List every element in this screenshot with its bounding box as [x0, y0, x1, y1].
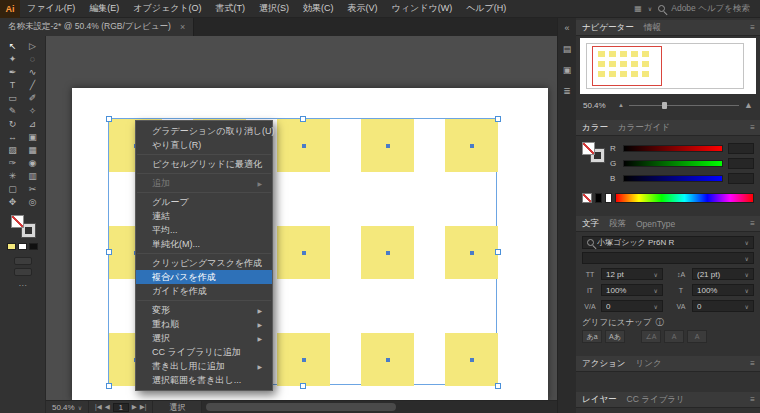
vertical-scale-combo[interactable]: 100% ∨ — [601, 284, 663, 296]
menu-effect[interactable]: 効果(C) — [296, 2, 341, 15]
tab-actions[interactable]: アクション — [582, 358, 626, 370]
menu-type[interactable]: 書式(T) — [209, 2, 253, 15]
help-search-input[interactable]: Adobe ヘルプを検索 — [671, 3, 750, 15]
leading-combo[interactable]: (21 pt) ∨ — [692, 268, 754, 280]
column-graph-tool[interactable]: ▥ — [23, 169, 43, 182]
red-value-field[interactable] — [728, 143, 754, 154]
blue-slider[interactable] — [623, 175, 723, 182]
blend-tool[interactable]: ◉ — [23, 156, 43, 169]
none-button[interactable] — [29, 243, 38, 250]
yellow-square[interactable] — [445, 119, 498, 172]
gradient-tool[interactable]: ▨ — [3, 143, 23, 156]
context-menu-item-group[interactable]: グループ — [136, 195, 272, 209]
context-menu-item-undo-gradient[interactable]: グラデーションの取り消し(U) — [136, 124, 272, 138]
context-menu-item-export-selection[interactable]: 選択範囲を書き出し... — [136, 373, 272, 387]
panel-menu-icon[interactable]: ≡ — [750, 395, 755, 404]
context-menu-item-add-to-cc-libraries[interactable]: CC ライブラリに追加 — [136, 345, 272, 359]
navigator-thumbnail[interactable] — [580, 38, 756, 94]
fill-color-chip[interactable] — [11, 215, 24, 228]
app-logo-icon[interactable]: Ai — [0, 0, 20, 18]
context-menu-item-average[interactable]: 平均... — [136, 223, 272, 237]
kerning-combo[interactable]: 0 ∨ — [601, 300, 663, 312]
chevron-down-icon[interactable]: ∨ — [654, 287, 658, 294]
yellow-square[interactable] — [277, 119, 330, 172]
snap-angle-button[interactable]: ∠A — [641, 330, 661, 343]
screen-mode-button[interactable] — [14, 268, 32, 276]
context-menu-item-make-compound-path[interactable]: 複合パスを作成 — [136, 270, 272, 284]
black-chip[interactable] — [595, 193, 602, 203]
chevron-down-icon[interactable]: ∨ — [745, 255, 749, 262]
tab-character[interactable]: 文字 — [582, 218, 599, 230]
tab-layers[interactable]: レイヤー — [582, 394, 617, 406]
zoom-in-mountain-icon[interactable]: ▲ — [744, 100, 753, 110]
document-tab[interactable]: 名称未設定-2* @ 50.4% (RGB/プレビュー) × — [0, 18, 194, 36]
toolbar-overflow-icon[interactable]: ⋯ — [0, 281, 45, 290]
context-menu-item-make-clipping-mask[interactable]: クリッピングマスクを作成 — [136, 256, 272, 270]
libraries-panel-icon[interactable]: ▣ — [563, 65, 572, 75]
snap-xheight-button[interactable]: Aあ — [605, 330, 625, 343]
yellow-square[interactable] — [361, 226, 414, 279]
yellow-square[interactable] — [361, 119, 414, 172]
tab-navigator[interactable]: ナビゲーター — [582, 22, 634, 34]
selection-handle[interactable] — [300, 116, 306, 122]
shaper-tool[interactable]: ✧ — [23, 104, 43, 117]
panel-menu-icon[interactable]: ≡ — [750, 23, 755, 32]
brushes-panel-icon[interactable]: ≣ — [563, 86, 571, 96]
lasso-tool[interactable]: ◌ — [23, 52, 43, 65]
selection-handle[interactable] — [106, 249, 112, 255]
workspace-switcher-icon[interactable]: ▦ — [634, 4, 642, 13]
menu-file[interactable]: ファイル(F) — [20, 2, 82, 15]
yellow-square[interactable] — [361, 333, 414, 386]
context-menu-item-join[interactable]: 連結 — [136, 209, 272, 223]
selection-handle[interactable] — [495, 249, 501, 255]
color-spectrum-bar[interactable] — [615, 193, 754, 203]
slider-thumb[interactable] — [662, 102, 667, 109]
selection-handle[interactable] — [495, 116, 501, 122]
pen-tool[interactable]: ✒ — [3, 65, 23, 78]
artboard-tool[interactable]: ▢ — [3, 182, 23, 195]
selection-handle[interactable] — [495, 383, 501, 389]
navigator-zoom-slider[interactable] — [629, 100, 739, 110]
tab-close-icon[interactable]: × — [180, 22, 185, 32]
tab-cc-libraries[interactable]: CC ライブラリ — [627, 394, 685, 406]
paintbrush-tool[interactable]: ✐ — [23, 91, 43, 104]
font-size-combo[interactable]: 12 pt ∨ — [601, 268, 663, 280]
line-segment-tool[interactable]: ╱ — [23, 78, 43, 91]
navigator-zoom-value[interactable]: 50.4% — [583, 101, 613, 110]
zoom-tool[interactable]: ◎ — [23, 195, 43, 208]
context-menu-item-redo[interactable]: やり直し(R) — [136, 138, 272, 152]
tab-color[interactable]: カラー — [582, 122, 608, 134]
yellow-square[interactable] — [277, 333, 330, 386]
scale-tool[interactable]: ⊿ — [23, 117, 43, 130]
none-color-chip[interactable] — [582, 193, 592, 203]
panel-menu-icon[interactable]: ≡ — [750, 219, 755, 228]
zoom-out-mountain-icon[interactable]: ▲ — [618, 102, 624, 108]
snap-baseline-button[interactable]: あa — [582, 330, 602, 343]
horizontal-scale-combo[interactable]: 100% ∨ — [692, 284, 754, 296]
white-chip[interactable] — [605, 193, 612, 203]
menu-edit[interactable]: 編集(E) — [82, 2, 126, 15]
gradient-button[interactable] — [18, 243, 27, 250]
panel-menu-icon[interactable]: ≡ — [750, 123, 755, 132]
magic-wand-tool[interactable]: ✦ — [3, 52, 23, 65]
mesh-tool[interactable]: ▦ — [23, 143, 43, 156]
last-artboard-button[interactable]: ▶| — [140, 403, 147, 411]
snap-proximity-button[interactable]: A — [687, 330, 707, 343]
rotate-tool[interactable]: ↻ — [3, 117, 23, 130]
tab-info[interactable]: 情報 — [644, 22, 661, 34]
eyedropper-tool[interactable]: ✑ — [3, 156, 23, 169]
artboard-number-field[interactable]: 1 — [113, 403, 129, 412]
horizontal-scrollbar[interactable] — [202, 401, 557, 413]
tab-paragraph[interactable]: 段落 — [609, 218, 626, 230]
context-menu-item-transform[interactable]: 変形▶ — [136, 303, 272, 317]
yellow-square[interactable] — [277, 226, 330, 279]
zoom-control[interactable]: 50.4% ∨ — [46, 401, 89, 413]
properties-panel-icon[interactable]: ▤ — [563, 44, 572, 54]
blue-value-field[interactable] — [728, 173, 754, 184]
tracking-combo[interactable]: 0 ∨ — [692, 300, 754, 312]
color-button[interactable] — [7, 243, 16, 250]
rectangle-tool[interactable]: ▭ — [3, 91, 23, 104]
workspace-chevron-icon[interactable]: ∨ — [648, 5, 652, 12]
chevron-down-icon[interactable]: ∨ — [654, 271, 658, 278]
chevron-down-icon[interactable]: ∨ — [745, 239, 749, 246]
